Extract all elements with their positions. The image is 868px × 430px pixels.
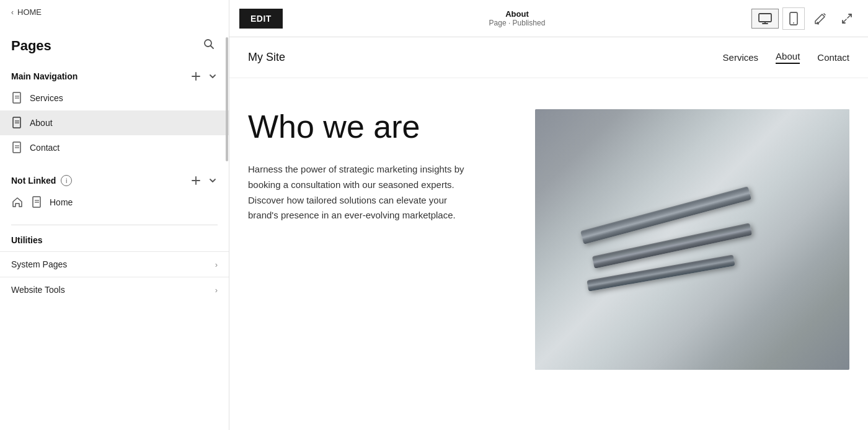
chevron-down-icon — [208, 71, 218, 81]
mobile-icon — [789, 12, 798, 25]
svg-rect-18 — [759, 14, 771, 22]
site-nav-services[interactable]: Services — [723, 52, 759, 63]
top-bar-status: Page · Published — [489, 19, 546, 27]
page-file-icon-3 — [12, 141, 22, 154]
page-icon-services — [11, 92, 24, 104]
top-bar: EDIT About Page · Published — [229, 0, 868, 37]
sidebar: ‹ HOME Pages Main Navigation — [0, 0, 229, 430]
utilities-title: Utilities — [0, 235, 229, 251]
add-main-nav-button[interactable] — [190, 71, 202, 82]
nav-item-services-label: Services — [30, 93, 63, 103]
system-pages-chevron-icon: › — [215, 260, 218, 269]
collapse-main-nav-button[interactable] — [208, 71, 218, 81]
nav-item-home[interactable]: Home — [0, 190, 229, 215]
desktop-view-button[interactable] — [751, 9, 779, 29]
page-file-icon — [12, 92, 22, 104]
not-linked-label: Not Linked — [11, 176, 56, 186]
sidebar-title: Pages — [11, 38, 51, 54]
expand-icon — [841, 12, 853, 25]
site-nav-about[interactable]: About — [776, 51, 800, 64]
sidebar-divider — [11, 225, 218, 225]
desktop-icon — [758, 13, 772, 24]
system-pages-item[interactable]: System Pages › — [0, 251, 229, 277]
hero-body: Harness the power of strategic marketing… — [248, 162, 471, 223]
main-nav-label: Main Navigation — [11, 71, 78, 81]
hero-image — [535, 109, 849, 370]
main-area: EDIT About Page · Published — [229, 0, 868, 430]
sidebar-scrollbar[interactable] — [225, 0, 229, 430]
add-not-linked-button[interactable] — [190, 175, 202, 186]
back-home-button[interactable]: ‹ HOME — [0, 0, 229, 24]
main-nav-label-group: Main Navigation — [11, 71, 78, 81]
preview-frame: My Site Services About Contact Who we ar… — [229, 37, 868, 430]
main-nav-actions — [190, 71, 218, 82]
mobile-view-button[interactable] — [782, 7, 805, 30]
top-bar-center: About Page · Published — [489, 9, 546, 27]
website-tools-chevron-icon: › — [215, 285, 218, 295]
chevron-down-icon-2 — [208, 176, 218, 186]
page-icon-home — [31, 196, 43, 208]
website-tools-item[interactable]: Website Tools › — [0, 277, 229, 302]
plus-icon — [190, 71, 202, 82]
top-bar-actions — [751, 7, 858, 30]
info-icon[interactable]: i — [61, 175, 72, 186]
hero-title: Who we are — [248, 109, 510, 145]
home-icon — [11, 196, 24, 208]
nav-item-contact[interactable]: Contact — [0, 135, 229, 160]
pen-illustration — [566, 161, 818, 318]
main-nav-section-header: Main Navigation — [0, 62, 229, 86]
plus-icon-2 — [190, 175, 202, 186]
expand-button[interactable] — [836, 9, 858, 29]
website-tools-label: Website Tools — [11, 285, 65, 295]
back-chevron-icon: ‹ — [11, 8, 14, 17]
not-linked-label-group: Not Linked i — [11, 175, 72, 186]
nav-item-contact-label: Contact — [30, 143, 60, 153]
site-nav-links: Services About Contact — [723, 51, 849, 64]
page-file-icon-4 — [32, 196, 42, 208]
svg-line-24 — [843, 19, 846, 23]
site-logo: My Site — [248, 51, 285, 64]
paint-icon — [813, 12, 827, 25]
preview-area: My Site Services About Contact Who we ar… — [229, 37, 868, 430]
page-file-icon-2 — [12, 117, 22, 129]
nav-item-about-label: About — [30, 118, 53, 128]
site-nav: My Site Services About Contact — [229, 37, 868, 78]
back-label: HOME — [17, 7, 42, 17]
svg-point-22 — [793, 22, 794, 24]
house-icon — [12, 197, 23, 208]
svg-line-1 — [211, 46, 214, 49]
collapse-not-linked-button[interactable] — [208, 176, 218, 186]
nav-item-about[interactable]: About — [0, 110, 229, 135]
not-linked-section-header: Not Linked i — [0, 166, 229, 190]
top-bar-page-name: About — [489, 9, 546, 19]
page-icon-about — [11, 117, 24, 129]
page-icon-contact — [11, 141, 24, 154]
sidebar-header: Pages — [0, 24, 229, 62]
hero-image-inner — [535, 109, 849, 370]
paint-tool-button[interactable] — [808, 8, 832, 29]
search-button[interactable] — [200, 35, 218, 56]
nav-item-home-label: Home — [50, 197, 73, 207]
system-pages-label: System Pages — [11, 259, 67, 269]
utilities-section: Utilities System Pages › Website Tools › — [0, 235, 229, 308]
site-nav-contact[interactable]: Contact — [817, 52, 849, 63]
search-icon — [203, 38, 215, 50]
edit-button[interactable]: EDIT — [239, 9, 283, 29]
hero-section: Who we are Harness the power of strategi… — [229, 78, 868, 388]
nav-item-services[interactable]: Services — [0, 86, 229, 110]
not-linked-actions — [190, 175, 218, 186]
hero-text: Who we are Harness the power of strategi… — [248, 109, 510, 370]
sidebar-scroll-thumb — [226, 37, 228, 161]
